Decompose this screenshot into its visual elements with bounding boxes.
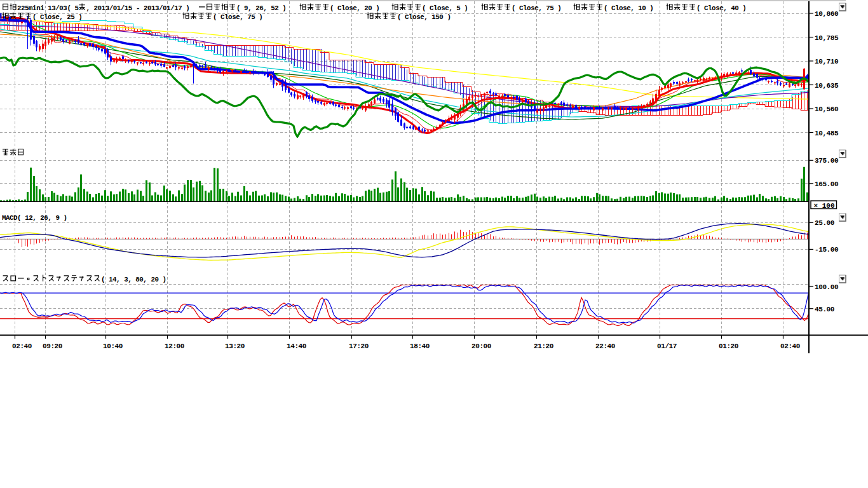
svg-text:375.00: 375.00: [815, 157, 838, 165]
svg-text:( Close, 40 ): ( Close, 40 ): [696, 4, 746, 12]
svg-text:165.00: 165.00: [815, 180, 838, 188]
svg-text:14:40: 14:40: [287, 342, 306, 350]
svg-text:21:20: 21:20: [534, 342, 553, 350]
svg-text:10,860: 10,860: [815, 10, 838, 18]
svg-text:( Close, 75 ): ( Close, 75 ): [512, 4, 561, 12]
svg-text:( Close, 75 ): ( Close, 75 ): [213, 13, 262, 21]
svg-text:22:40: 22:40: [595, 342, 615, 350]
svg-text:( Close, 25 ): ( Close, 25 ): [32, 13, 82, 21]
svg-text:MACD( 12, 26, 9 ): MACD( 12, 26, 9 ): [2, 214, 67, 222]
svg-text:20:00: 20:00: [471, 342, 491, 350]
svg-text:01:20: 01:20: [719, 342, 738, 350]
svg-text:( 9, 26, 52 ): ( 9, 26, 52 ): [236, 4, 286, 12]
svg-text:( 14, 3, 80, 20 ): ( 14, 3, 80, 20 ): [101, 276, 166, 283]
svg-text:-15.00: -15.00: [815, 246, 838, 254]
svg-text:09:20: 09:20: [43, 342, 62, 350]
svg-text:225mini 13/03( 5: 225mini 13/03( 5: [17, 4, 78, 12]
svg-text:10,485: 10,485: [815, 130, 839, 137]
svg-text:10,560: 10,560: [815, 105, 838, 113]
svg-text:( Close, 20 ): ( Close, 20 ): [330, 4, 379, 12]
svg-text:× 100: × 100: [814, 202, 835, 210]
svg-text:100.00: 100.00: [815, 283, 838, 291]
svg-text:02:40: 02:40: [780, 342, 800, 350]
svg-text:25.00: 25.00: [815, 219, 834, 227]
svg-text:10:40: 10:40: [103, 342, 123, 350]
svg-text:( Close, 10 ): ( Close, 10 ): [604, 4, 653, 12]
svg-text:18:40: 18:40: [410, 342, 430, 350]
svg-text:01/17: 01/17: [657, 342, 677, 350]
svg-text:45.00: 45.00: [815, 306, 834, 313]
svg-text:12:00: 12:00: [165, 342, 184, 350]
svg-text:10,710: 10,710: [815, 58, 838, 65]
svg-text:17:20: 17:20: [349, 342, 369, 350]
svg-text:13:20: 13:20: [225, 342, 245, 350]
svg-text:( Close, 5 ): ( Close, 5 ): [422, 4, 468, 12]
svg-text:02:40: 02:40: [12, 342, 32, 350]
svg-text:10,635: 10,635: [815, 82, 839, 90]
svg-text:( Close, 150 ): ( Close, 150 ): [397, 13, 451, 21]
svg-text:10,785: 10,785: [815, 34, 839, 42]
svg-text:, 2013/01/15 - 2013/01/17 ): , 2013/01/15 - 2013/01/17 ): [86, 4, 190, 12]
